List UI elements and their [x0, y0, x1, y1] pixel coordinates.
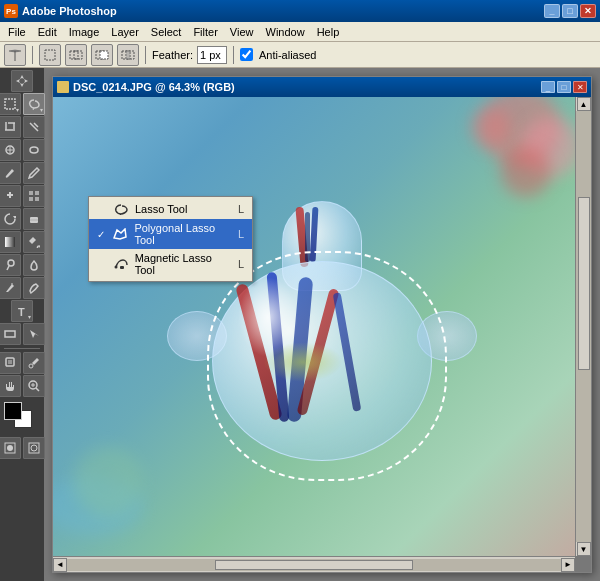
tool-healing[interactable]: [0, 139, 21, 161]
svg-rect-21: [29, 197, 33, 201]
toolbar: ▾ ▾: [0, 68, 44, 581]
add-selection-button[interactable]: [65, 44, 87, 66]
menu-bar: File Edit Image Layer Select Filter View…: [0, 22, 600, 42]
tool-preset-button[interactable]: [4, 44, 26, 66]
tool-pattern[interactable]: [23, 185, 45, 207]
svg-rect-1: [45, 50, 55, 60]
menu-layer[interactable]: Layer: [105, 24, 145, 40]
feather-label: Feather:: [152, 49, 193, 61]
menu-file[interactable]: File: [2, 24, 32, 40]
tool-quickmask-mode[interactable]: [23, 437, 45, 459]
menu-help[interactable]: Help: [311, 24, 346, 40]
lasso-icon: [113, 202, 129, 216]
tool-lasso[interactable]: ▾: [23, 93, 45, 115]
scroll-left-arrow[interactable]: ◄: [53, 558, 67, 572]
poly-lasso-label: Polygonal Lasso Tool: [134, 222, 231, 246]
tool-shape[interactable]: [0, 323, 21, 345]
doc-win-buttons[interactable]: _ □ ✕: [541, 81, 587, 93]
svg-point-43: [31, 445, 37, 451]
tool-path-select[interactable]: [23, 323, 45, 345]
menu-window[interactable]: Window: [260, 24, 311, 40]
anti-aliased-label: Anti-aliased: [259, 49, 316, 61]
svg-point-27: [8, 260, 14, 266]
menu-filter[interactable]: Filter: [187, 24, 223, 40]
new-selection-button[interactable]: [39, 44, 61, 66]
options-separator-1: [32, 46, 33, 64]
menu-image[interactable]: Image: [63, 24, 106, 40]
menu-item-poly-lasso[interactable]: ✓ Polygonal Lasso Tool L: [89, 219, 252, 249]
tool-text[interactable]: T ▾: [11, 300, 33, 322]
v-scroll-thumb[interactable]: [578, 197, 590, 369]
canvas-image: [53, 97, 591, 556]
v-scroll-track[interactable]: [576, 111, 591, 542]
anti-aliased-checkbox[interactable]: [240, 48, 253, 61]
h-scroll-thumb[interactable]: [215, 560, 413, 570]
vase-body: [212, 261, 432, 461]
tool-burn[interactable]: [23, 254, 45, 276]
tool-history[interactable]: [0, 208, 21, 230]
magnetic-lasso-icon: [113, 257, 129, 271]
tool-paint-bucket[interactable]: [23, 231, 45, 253]
menu-edit[interactable]: Edit: [32, 24, 63, 40]
menu-item-lasso[interactable]: Lasso Tool L: [89, 199, 252, 219]
tool-eyedropper[interactable]: [23, 352, 45, 374]
tool-eraser[interactable]: [23, 208, 45, 230]
svg-rect-31: [5, 331, 15, 337]
menu-item-magnetic-lasso[interactable]: Magnetic Lasso Tool L: [89, 249, 252, 279]
svg-rect-26: [5, 237, 15, 247]
tool-hand[interactable]: [0, 375, 21, 397]
svg-rect-8: [126, 51, 130, 59]
bokeh-3: [501, 147, 551, 197]
menu-view[interactable]: View: [224, 24, 260, 40]
close-button[interactable]: ✕: [580, 4, 596, 18]
svg-rect-20: [35, 191, 39, 195]
document-canvas-area[interactable]: ▲ ▼ ◄ ►: [53, 97, 591, 572]
canvas-container: DSC_0214.JPG @ 64.3% (RGB) _ □ ✕: [44, 68, 600, 581]
tool-slice[interactable]: [23, 116, 45, 138]
tool-pencil[interactable]: [23, 162, 45, 184]
feather-input[interactable]: [197, 46, 227, 64]
svg-point-35: [29, 364, 33, 368]
magnetic-lasso-label: Magnetic Lasso Tool: [135, 252, 232, 276]
document-title: DSC_0214.JPG @ 64.3% (RGB): [73, 81, 537, 93]
svg-rect-5: [100, 51, 108, 59]
tool-dodge[interactable]: [0, 254, 21, 276]
scroll-down-arrow[interactable]: ▼: [577, 542, 591, 556]
horizontal-scrollbar[interactable]: ◄ ►: [53, 556, 575, 572]
tool-crop[interactable]: [0, 116, 21, 138]
title-bar-buttons[interactable]: _ □ ✕: [544, 4, 596, 18]
tool-standard-mode[interactable]: [0, 437, 21, 459]
vertical-scrollbar[interactable]: ▲ ▼: [575, 97, 591, 556]
tool-gradient[interactable]: [0, 231, 21, 253]
lasso-arrow: ▾: [40, 106, 43, 113]
subtract-selection-button[interactable]: [91, 44, 113, 66]
maximize-button[interactable]: □: [562, 4, 578, 18]
svg-marker-23: [13, 216, 16, 219]
h-scroll-track[interactable]: [67, 559, 561, 571]
scroll-right-arrow[interactable]: ►: [561, 558, 575, 572]
bokeh-6: [73, 446, 143, 516]
foreground-color-swatch[interactable]: [4, 402, 22, 420]
minimize-button[interactable]: _: [544, 4, 560, 18]
tool-patch[interactable]: [23, 139, 45, 161]
options-bar: Feather: Anti-aliased: [0, 42, 600, 68]
tool-pen[interactable]: [0, 277, 21, 299]
doc-minimize-button[interactable]: _: [541, 81, 555, 93]
tool-freeform-pen[interactable]: [23, 277, 45, 299]
tool-brush[interactable]: [0, 162, 21, 184]
tool-clone[interactable]: [0, 185, 21, 207]
lasso-label: Lasso Tool: [135, 203, 187, 215]
color-swatches[interactable]: [4, 402, 40, 432]
tool-marquee[interactable]: ▾: [0, 93, 21, 115]
scroll-up-arrow[interactable]: ▲: [577, 97, 591, 111]
doc-close-button[interactable]: ✕: [573, 81, 587, 93]
intersect-selection-button[interactable]: [117, 44, 139, 66]
menu-select[interactable]: Select: [145, 24, 188, 40]
poly-lasso-check: ✓: [97, 229, 106, 240]
svg-rect-22: [35, 197, 39, 201]
tool-zoom[interactable]: [23, 375, 45, 397]
doc-maximize-button[interactable]: □: [557, 81, 571, 93]
tool-note[interactable]: [0, 352, 21, 374]
tool-move[interactable]: [11, 70, 33, 92]
svg-point-29: [11, 283, 13, 285]
